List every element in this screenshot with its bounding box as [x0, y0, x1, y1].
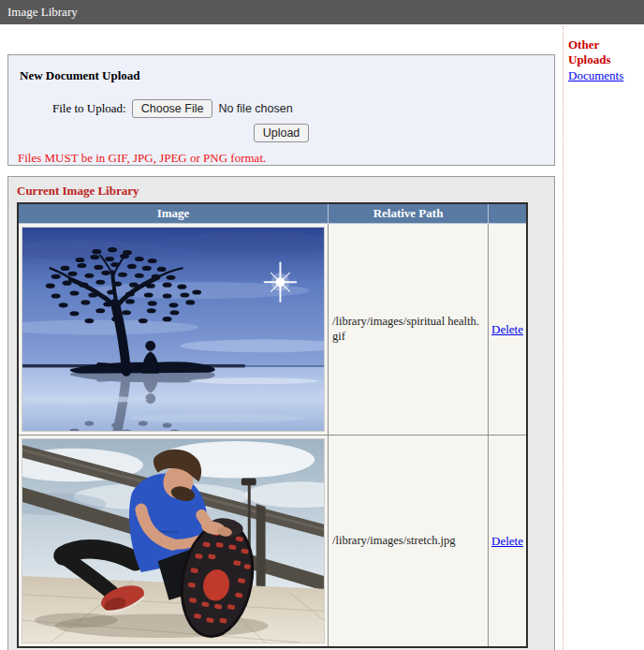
column-header-relative-path: Relative Path [329, 203, 489, 224]
app-header-bar: Image Library [0, 0, 644, 24]
documents-link[interactable]: Documents [568, 68, 623, 83]
relative-path-cell: /library/images/stretch.jpg [329, 436, 489, 648]
stretch-image [22, 438, 325, 643]
table-header-row: Image Relative Path [18, 203, 527, 224]
actions-cell: Delete [489, 436, 528, 648]
upload-button[interactable]: Upload [254, 124, 310, 142]
current-image-library-panel: Current Image Library Image Relative Pat… [7, 176, 555, 650]
other-uploads-title: Other Uploads [568, 37, 642, 67]
column-header-image: Image [18, 203, 329, 224]
image-library-table: Image Relative Path [17, 202, 528, 648]
page-layout: New Document Upload File to Upload: Choo… [0, 24, 644, 650]
table-row: /library/images/spiritual health.gif Del… [18, 224, 527, 436]
delete-link[interactable]: Delete [491, 534, 523, 548]
choose-file-button[interactable]: Choose File [132, 99, 213, 118]
column-header-actions [489, 203, 528, 224]
main-column: New Document Upload File to Upload: Choo… [0, 24, 563, 650]
file-upload-row: File to Upload: Choose File No file chos… [52, 99, 545, 118]
upload-panel-title: New Document Upload [20, 68, 545, 83]
image-cell [18, 224, 329, 436]
file-format-note: Files MUST be in GIF, JPG, JPEG or PNG f… [18, 151, 545, 166]
library-panel-title: Current Image Library [17, 184, 546, 199]
no-file-chosen-text: No file chosen [218, 102, 292, 115]
page-title: Image Library [7, 5, 78, 19]
spiritual-health-image [22, 227, 325, 432]
file-to-upload-label: File to Upload: [52, 101, 126, 116]
relative-path-cell: /library/images/spiritual health.gif [329, 224, 489, 436]
other-uploads-sidebar: Other Uploads Documents [563, 26, 644, 650]
actions-cell: Delete [489, 224, 528, 436]
new-document-upload-panel: New Document Upload File to Upload: Choo… [7, 54, 555, 166]
upload-button-row: Upload [18, 124, 545, 142]
image-cell [18, 436, 329, 648]
delete-link[interactable]: Delete [491, 322, 523, 336]
table-row: /library/images/stretch.jpg Delete [18, 436, 527, 648]
